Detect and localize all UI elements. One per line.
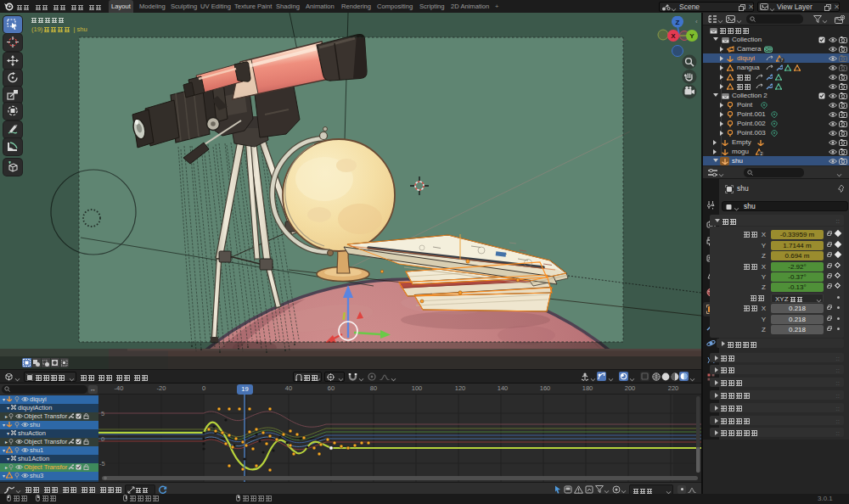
svg-text:-5: -5 <box>99 460 105 468</box>
svg-text:5: 5 <box>101 410 104 417</box>
svg-text:0: 0 <box>101 435 104 443</box>
svg-text:Z: Z <box>676 19 680 26</box>
svg-text:X: X <box>671 32 676 40</box>
svg-text:Y: Y <box>689 32 694 40</box>
